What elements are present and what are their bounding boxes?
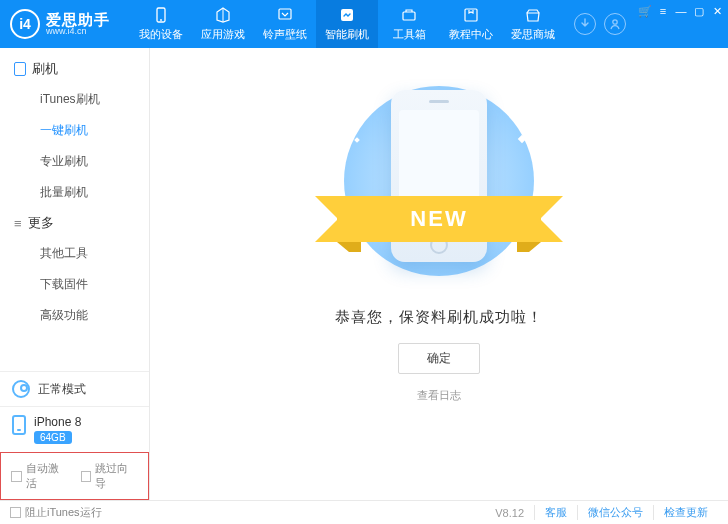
titlebar: i4 爱思助手 www.i4.cn 我的设备应用游戏铃声壁纸智能刷机工具箱教程中… bbox=[0, 0, 728, 48]
svg-point-1 bbox=[160, 19, 162, 21]
topnav-icon bbox=[400, 6, 418, 24]
sidebar-item[interactable]: 批量刷机 bbox=[0, 177, 149, 208]
titlebar-extra bbox=[564, 13, 636, 35]
phone-icon bbox=[12, 415, 26, 435]
topnav-icon bbox=[152, 6, 170, 24]
sidebar-item[interactable]: 高级功能 bbox=[0, 300, 149, 331]
mode-panel[interactable]: 正常模式 bbox=[0, 371, 149, 406]
main-content: NEW 恭喜您，保资料刷机成功啦！ 确定 查看日志 bbox=[150, 48, 728, 500]
new-ribbon: NEW bbox=[337, 196, 541, 242]
brand-logo[interactable]: i4 爱思助手 www.i4.cn bbox=[0, 9, 130, 39]
sidebar-item[interactable]: 专业刷机 bbox=[0, 146, 149, 177]
ok-button[interactable]: 确定 bbox=[398, 343, 480, 374]
topnav-label: 铃声壁纸 bbox=[263, 27, 307, 42]
logo-icon: i4 bbox=[10, 9, 40, 39]
svg-point-6 bbox=[613, 20, 617, 24]
topnav-item-1[interactable]: 应用游戏 bbox=[192, 0, 254, 48]
svg-rect-5 bbox=[465, 9, 477, 21]
version-label: V8.12 bbox=[495, 507, 534, 519]
sidebar-item[interactable]: 其他工具 bbox=[0, 238, 149, 269]
topnav-label: 爱思商城 bbox=[511, 27, 555, 42]
svg-rect-4 bbox=[403, 12, 415, 20]
topnav-item-3[interactable]: 智能刷机 bbox=[316, 0, 378, 48]
window-controls: 🛒 ≡ — ▢ ✕ bbox=[636, 0, 728, 48]
body: 刷机iTunes刷机一键刷机专业刷机批量刷机≡更多其他工具下载固件高级功能 正常… bbox=[0, 48, 728, 500]
device-info: iPhone 8 64GB bbox=[34, 415, 81, 444]
topnav-item-4[interactable]: 工具箱 bbox=[378, 0, 440, 48]
topnav-label: 智能刷机 bbox=[325, 27, 369, 42]
option-checkbox-0[interactable]: 自动激活 bbox=[11, 461, 69, 491]
sidebar-group-header[interactable]: 刷机 bbox=[0, 54, 149, 84]
block-itunes-label: 阻止iTunes运行 bbox=[25, 505, 102, 520]
menu-icon[interactable]: ≡ bbox=[654, 4, 672, 18]
topnav-label: 应用游戏 bbox=[201, 27, 245, 42]
mode-label: 正常模式 bbox=[38, 381, 86, 398]
block-itunes-checkbox[interactable]: 阻止iTunes运行 bbox=[10, 505, 102, 520]
success-text: 恭喜您，保资料刷机成功啦！ bbox=[335, 308, 543, 327]
close-icon[interactable]: ✕ bbox=[708, 4, 726, 18]
topnav-item-0[interactable]: 我的设备 bbox=[130, 0, 192, 48]
topnav-icon bbox=[214, 6, 232, 24]
top-nav: 我的设备应用游戏铃声壁纸智能刷机工具箱教程中心爱思商城 bbox=[130, 0, 564, 48]
statusbar-link-update[interactable]: 检查更新 bbox=[653, 505, 718, 520]
topnav-icon bbox=[524, 6, 542, 24]
topnav-item-6[interactable]: 爱思商城 bbox=[502, 0, 564, 48]
mode-icon bbox=[12, 380, 30, 398]
option-checkbox-1[interactable]: 跳过向导 bbox=[81, 461, 139, 491]
sidebar-group-header[interactable]: ≡更多 bbox=[0, 208, 149, 238]
sidebar: 刷机iTunes刷机一键刷机专业刷机批量刷机≡更多其他工具下载固件高级功能 正常… bbox=[0, 48, 150, 500]
brand-site: www.i4.cn bbox=[46, 27, 110, 36]
success-illustration: NEW bbox=[319, 78, 559, 288]
user-icon[interactable] bbox=[604, 13, 626, 35]
topnav-icon bbox=[338, 6, 356, 24]
brand-name: 爱思助手 bbox=[46, 12, 110, 27]
brand-text: 爱思助手 www.i4.cn bbox=[46, 12, 110, 36]
download-icon[interactable] bbox=[574, 13, 596, 35]
topnav-label: 我的设备 bbox=[139, 27, 183, 42]
topnav-label: 工具箱 bbox=[393, 27, 426, 42]
sidebar-item[interactable]: 一键刷机 bbox=[0, 115, 149, 146]
topnav-label: 教程中心 bbox=[449, 27, 493, 42]
statusbar-link-wechat[interactable]: 微信公众号 bbox=[577, 505, 653, 520]
topnav-item-5[interactable]: 教程中心 bbox=[440, 0, 502, 48]
statusbar-link-support[interactable]: 客服 bbox=[534, 505, 577, 520]
maximize-icon[interactable]: ▢ bbox=[690, 4, 708, 18]
device-storage: 64GB bbox=[34, 431, 72, 444]
cart-icon[interactable]: 🛒 bbox=[636, 4, 654, 18]
device-name: iPhone 8 bbox=[34, 415, 81, 429]
view-log-link[interactable]: 查看日志 bbox=[417, 388, 461, 403]
statusbar: 阻止iTunes运行 V8.12 客服 微信公众号 检查更新 bbox=[0, 500, 728, 524]
list-icon: ≡ bbox=[14, 216, 22, 231]
topnav-icon bbox=[462, 6, 480, 24]
options-row: 自动激活跳过向导 bbox=[0, 452, 149, 500]
sidebar-groups: 刷机iTunes刷机一键刷机专业刷机批量刷机≡更多其他工具下载固件高级功能 bbox=[0, 48, 149, 371]
svg-rect-2 bbox=[279, 9, 291, 19]
topnav-icon bbox=[276, 6, 294, 24]
topnav-item-2[interactable]: 铃声壁纸 bbox=[254, 0, 316, 48]
phone-outline-icon bbox=[14, 62, 26, 76]
sidebar-item[interactable]: iTunes刷机 bbox=[0, 84, 149, 115]
sidebar-item[interactable]: 下载固件 bbox=[0, 269, 149, 300]
device-panel[interactable]: iPhone 8 64GB bbox=[0, 406, 149, 452]
minimize-icon[interactable]: — bbox=[672, 4, 690, 18]
